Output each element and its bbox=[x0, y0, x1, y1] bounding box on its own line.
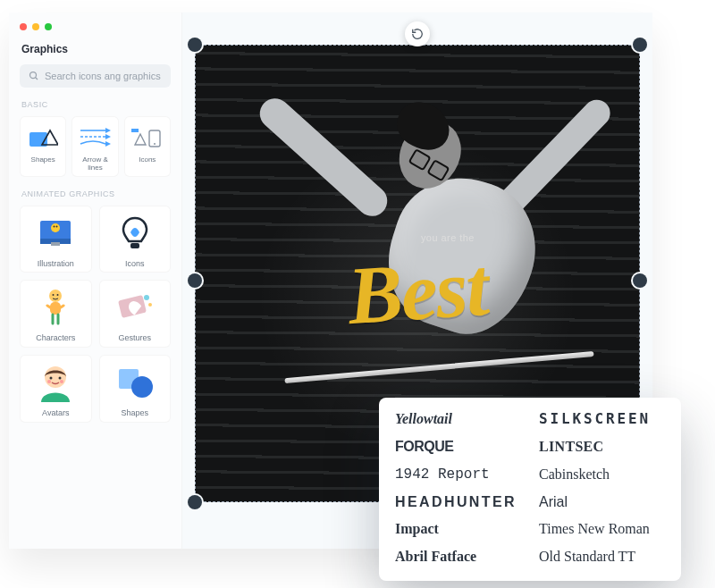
svg-rect-17 bbox=[51, 242, 60, 246]
svg-point-21 bbox=[57, 294, 59, 296]
font-option[interactable]: Yellowtail bbox=[395, 410, 521, 429]
tile-label: Shapes bbox=[104, 409, 167, 418]
font-option[interactable]: Times New Roman bbox=[539, 520, 665, 539]
tile-label: Shapes bbox=[24, 156, 62, 164]
bulb-icon bbox=[104, 212, 167, 256]
minimize-icon[interactable] bbox=[32, 23, 39, 30]
tile-shapes[interactable]: Shapes bbox=[20, 116, 66, 177]
svg-point-14 bbox=[51, 223, 60, 232]
svg-rect-18 bbox=[130, 243, 139, 248]
svg-point-36 bbox=[131, 376, 153, 398]
font-option[interactable]: Cabinsketch bbox=[539, 466, 665, 484]
window-controls bbox=[20, 23, 52, 30]
font-option[interactable]: Abril Fatface bbox=[395, 548, 521, 567]
tile-anim-shapes[interactable]: Shapes bbox=[99, 355, 172, 423]
font-option[interactable]: FORQUE bbox=[395, 438, 521, 457]
tile-characters[interactable]: Characters bbox=[20, 280, 92, 348]
tile-arrows[interactable]: Arrow & lines bbox=[72, 116, 118, 177]
svg-marker-7 bbox=[105, 134, 111, 139]
search-input[interactable]: Search icons ang graphics bbox=[20, 64, 171, 88]
section-basic-label: BASIC bbox=[21, 100, 171, 109]
search-icon bbox=[29, 71, 39, 81]
maximize-icon[interactable] bbox=[45, 23, 52, 30]
font-option[interactable]: SILKSCREEN bbox=[539, 410, 665, 429]
gesture-icon bbox=[104, 286, 167, 331]
svg-line-23 bbox=[47, 306, 50, 307]
rotate-icon bbox=[411, 28, 424, 40]
svg-point-16 bbox=[56, 225, 58, 227]
resize-handle-ml[interactable] bbox=[188, 273, 202, 288]
font-option[interactable]: 1942 Report bbox=[395, 466, 521, 484]
tile-icons[interactable]: Icons bbox=[124, 116, 171, 177]
shapes-icon bbox=[24, 122, 62, 153]
tile-label: Characters bbox=[24, 334, 88, 343]
tile-label: Avatars bbox=[24, 409, 88, 418]
illustration-icon bbox=[24, 212, 88, 256]
resize-handle-mr[interactable] bbox=[633, 273, 647, 288]
resize-handle-tr[interactable] bbox=[633, 38, 647, 52]
font-picker[interactable]: Yellowtail SILKSCREEN FORQUE LINTSEC 194… bbox=[379, 398, 681, 581]
svg-point-10 bbox=[154, 143, 156, 145]
tile-label: Icons bbox=[104, 260, 167, 269]
svg-point-19 bbox=[49, 290, 62, 302]
basic-tiles: Shapes Arrow & lines bbox=[20, 116, 171, 177]
font-option[interactable]: HEADHUNTER bbox=[395, 493, 521, 512]
tile-anim-icons[interactable]: Icons bbox=[99, 206, 172, 273]
tile-avatars[interactable]: Avatars bbox=[20, 355, 92, 423]
character-icon bbox=[24, 286, 88, 331]
svg-rect-11 bbox=[131, 129, 139, 132]
svg-point-33 bbox=[47, 380, 51, 383]
svg-point-31 bbox=[50, 377, 53, 380]
sidebar: Graphics Search icons ang graphics BASIC… bbox=[9, 13, 182, 549]
tile-label: Icons bbox=[129, 156, 166, 164]
svg-marker-6 bbox=[105, 128, 111, 133]
resize-handle-bl[interactable] bbox=[188, 495, 202, 509]
tile-illustration[interactable]: Illustration bbox=[20, 206, 92, 273]
arrows-icon bbox=[76, 122, 114, 153]
tile-label: Illustration bbox=[24, 260, 88, 269]
resize-handle-tl[interactable] bbox=[188, 38, 202, 52]
svg-point-20 bbox=[53, 294, 55, 296]
devices-icon bbox=[129, 122, 166, 153]
headline-text[interactable]: Best bbox=[345, 239, 491, 344]
svg-point-34 bbox=[60, 380, 63, 383]
svg-marker-8 bbox=[105, 141, 111, 147]
animated-tiles: Illustration Icons bbox=[20, 206, 171, 424]
shapes2-icon bbox=[104, 361, 167, 406]
svg-rect-22 bbox=[50, 302, 61, 315]
svg-point-15 bbox=[54, 225, 55, 227]
svg-point-30 bbox=[45, 366, 66, 388]
svg-point-0 bbox=[30, 72, 37, 79]
svg-point-28 bbox=[144, 295, 149, 300]
avatar-icon bbox=[24, 361, 88, 406]
svg-line-1 bbox=[36, 78, 38, 80]
tile-label: Gestures bbox=[104, 334, 167, 343]
svg-point-32 bbox=[59, 377, 62, 380]
rotate-handle[interactable] bbox=[405, 21, 430, 46]
sidebar-title: Graphics bbox=[20, 43, 171, 55]
tile-label: Arrow & lines bbox=[76, 156, 114, 172]
font-option[interactable]: Old Standard TT bbox=[539, 548, 665, 567]
svg-point-29 bbox=[148, 303, 152, 307]
close-icon[interactable] bbox=[20, 23, 27, 30]
tile-gestures[interactable]: Gestures bbox=[99, 280, 172, 348]
font-option[interactable]: Arial bbox=[539, 493, 665, 512]
search-placeholder: Search icons ang graphics bbox=[45, 71, 161, 81]
font-option[interactable]: LINTSEC bbox=[539, 438, 665, 457]
svg-line-24 bbox=[61, 306, 63, 307]
font-option[interactable]: Impact bbox=[395, 520, 521, 539]
section-animated-label: ANIMATED GRAPHICS bbox=[21, 189, 171, 198]
